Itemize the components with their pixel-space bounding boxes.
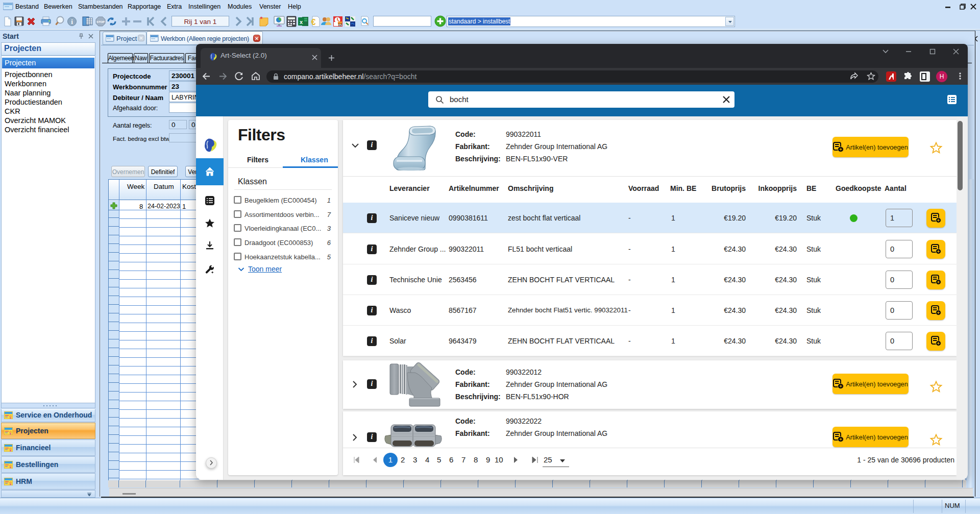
svg-text:i: i: [71, 18, 73, 26]
svg-text:STOP: STOP: [96, 20, 105, 23]
svg-text:x: x: [300, 19, 303, 25]
svg-text:€: €: [311, 18, 316, 27]
svg-text:12: 12: [338, 23, 342, 27]
